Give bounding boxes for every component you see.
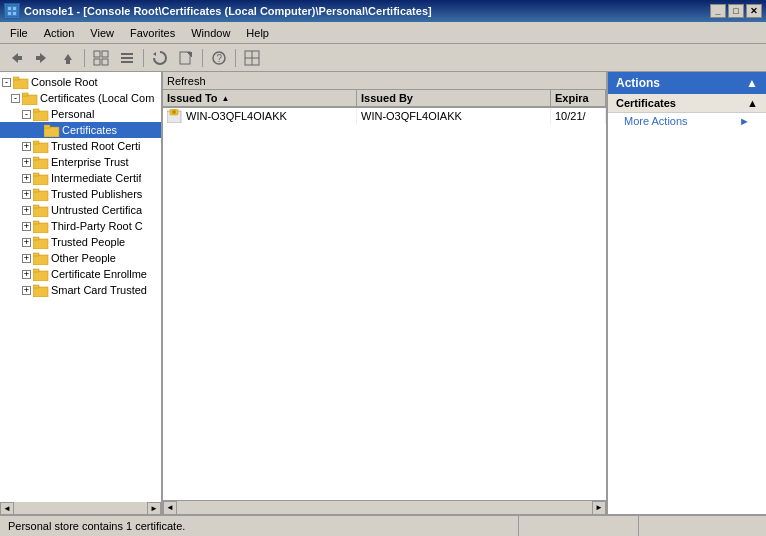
tree-label-smart-card: Smart Card Trusted — [51, 284, 147, 296]
svg-rect-40 — [33, 173, 39, 176]
expander-other-people[interactable]: + — [22, 254, 31, 263]
tree-item-third-party[interactable]: + Third-Party Root C — [0, 218, 161, 234]
refresh-toolbar-button[interactable] — [148, 47, 172, 69]
expander-smart-card[interactable]: + — [22, 286, 31, 295]
menu-favorites[interactable]: Favorites — [122, 25, 183, 41]
window-title: Console1 - [Console Root\Certificates (L… — [24, 5, 432, 17]
cert-row-0[interactable]: WIN-O3QFL4OIAKK WIN-O3QFL4OIAKK 10/21/ — [163, 108, 606, 124]
tree-label-trusted-publishers: Trusted Publishers — [51, 188, 142, 200]
tree-item-intermediate[interactable]: + Intermediate Certif — [0, 170, 161, 186]
svg-rect-3 — [8, 12, 11, 15]
header-expiry[interactable]: Expira — [551, 90, 606, 106]
folder-icon-untrusted — [33, 204, 49, 216]
tree-item-trusted-root[interactable]: + Trusted Root Certi — [0, 138, 161, 154]
status-pane-2 — [638, 516, 758, 536]
svg-rect-30 — [22, 93, 28, 96]
tree-scroll-left[interactable]: ◄ — [0, 502, 14, 515]
expander-trusted-publishers[interactable]: + — [22, 190, 31, 199]
list-button[interactable] — [115, 47, 139, 69]
tree-item-console-root[interactable]: - Console Root — [0, 74, 161, 90]
expander-certificates — [33, 126, 42, 135]
menu-file[interactable]: File — [2, 25, 36, 41]
cert-scroll-right[interactable]: ► — [592, 501, 606, 515]
header-issued-by-label: Issued By — [361, 92, 413, 104]
tree-item-cert-enrollment[interactable]: + Certificate Enrollme — [0, 266, 161, 282]
back-button[interactable] — [4, 47, 28, 69]
forward-button[interactable] — [30, 47, 54, 69]
actions-section-label: Certificates — [616, 97, 676, 109]
cert-scroll-track — [177, 501, 592, 515]
tree-scrollbar[interactable]: ◄ ► — [0, 502, 161, 514]
menu-help[interactable]: Help — [238, 25, 277, 41]
cert-scrollbar[interactable]: ◄ ► — [163, 500, 606, 514]
tree-item-personal[interactable]: - Personal — [0, 106, 161, 122]
up-button[interactable] — [56, 47, 80, 69]
folder-icon-third-party — [33, 220, 49, 232]
extra-button[interactable] — [240, 47, 264, 69]
tree-item-other-people[interactable]: + Other People — [0, 250, 161, 266]
refresh-bar[interactable]: Refresh — [163, 72, 606, 90]
svg-rect-48 — [33, 237, 39, 240]
export-button[interactable] — [174, 47, 198, 69]
svg-rect-10 — [66, 60, 70, 64]
tree-label-third-party: Third-Party Root C — [51, 220, 143, 232]
tree-item-enterprise-trust[interactable]: + Enterprise Trust — [0, 154, 161, 170]
cert-scroll-left[interactable]: ◄ — [163, 501, 177, 515]
tree-label-intermediate: Intermediate Certif — [51, 172, 141, 184]
expander-intermediate[interactable]: + — [22, 174, 31, 183]
expander-trusted-people[interactable]: + — [22, 238, 31, 247]
expander-untrusted[interactable]: + — [22, 206, 31, 215]
svg-rect-36 — [33, 141, 39, 144]
menu-bar: File Action View Favorites Window Help — [0, 22, 766, 44]
expander-cert-enrollment[interactable]: + — [22, 270, 31, 279]
folder-icon-other-people — [33, 252, 49, 264]
tree-scroll-right[interactable]: ► — [147, 502, 161, 515]
svg-rect-11 — [94, 51, 100, 57]
menu-window[interactable]: Window — [183, 25, 238, 41]
svg-rect-28 — [13, 77, 19, 80]
separator-1 — [84, 49, 85, 67]
tree-item-trusted-publishers[interactable]: + Trusted Publishers — [0, 186, 161, 202]
help-button[interactable]: ? — [207, 47, 231, 69]
title-bar-controls: _ □ ✕ — [710, 4, 762, 18]
tree-label-untrusted: Untrusted Certifica — [51, 204, 142, 216]
tree-item-smart-card[interactable]: + Smart Card Trusted — [0, 282, 161, 298]
close-button[interactable]: ✕ — [746, 4, 762, 18]
svg-rect-27 — [13, 79, 28, 89]
svg-rect-44 — [33, 205, 39, 208]
tree-label-certs-local: Certificates (Local Com — [40, 92, 154, 104]
minimize-button[interactable]: _ — [710, 4, 726, 18]
menu-view[interactable]: View — [82, 25, 122, 41]
svg-rect-53 — [33, 287, 48, 297]
header-issued-to[interactable]: Issued To ▲ — [163, 90, 357, 106]
menu-action[interactable]: Action — [36, 25, 83, 41]
tree-label-console-root: Console Root — [31, 76, 98, 88]
status-bar: Personal store contains 1 certificate. — [0, 514, 766, 536]
expander-personal[interactable]: - — [22, 110, 31, 119]
tree-item-untrusted[interactable]: + Untrusted Certifica — [0, 202, 161, 218]
expander-console-root[interactable]: - — [2, 78, 11, 87]
cert-cell-issued-by-0: WIN-O3QFL4OIAKK — [357, 108, 551, 124]
header-expiry-label: Expira — [555, 92, 589, 104]
tree-label-other-people: Other People — [51, 252, 116, 264]
expander-third-party[interactable]: + — [22, 222, 31, 231]
tree-label-certificates: Certificates — [62, 124, 117, 136]
show-hide-button[interactable] — [89, 47, 113, 69]
tree-item-certs-local[interactable]: - Certificates (Local Com — [0, 90, 161, 106]
maximize-button[interactable]: □ — [728, 4, 744, 18]
tree-label-cert-enrollment: Certificate Enrollme — [51, 268, 147, 280]
expander-enterprise-trust[interactable]: + — [22, 158, 31, 167]
svg-rect-54 — [33, 285, 39, 288]
expander-trusted-root[interactable]: + — [22, 142, 31, 151]
tree-item-trusted-people[interactable]: + Trusted People — [0, 234, 161, 250]
actions-section-certificates[interactable]: Certificates ▲ — [608, 94, 766, 113]
folder-icon-trusted-people — [33, 236, 49, 248]
right-area: Refresh Issued To ▲ Issued By Expira — [163, 72, 766, 514]
header-issued-by[interactable]: Issued By — [357, 90, 551, 106]
svg-rect-45 — [33, 223, 48, 233]
actions-more-actions[interactable]: More Actions ► — [608, 113, 766, 129]
tree-label-personal: Personal — [51, 108, 94, 120]
sort-asc-icon: ▲ — [222, 94, 230, 103]
tree-item-certificates[interactable]: Certificates — [0, 122, 161, 138]
expander-certs-local[interactable]: - — [11, 94, 20, 103]
